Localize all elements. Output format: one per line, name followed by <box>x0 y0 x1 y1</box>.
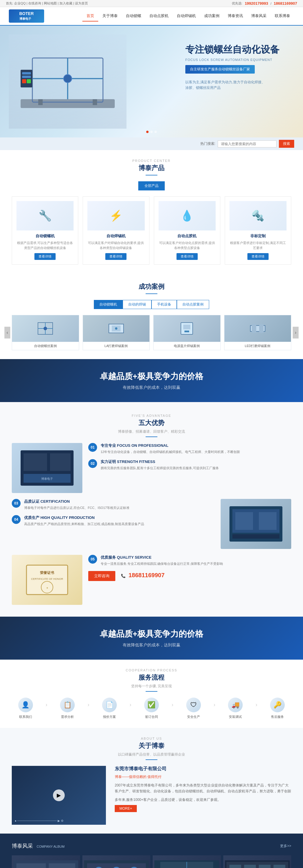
adv-content-1: 实力证明 STRENGTH FITNESS 拥有完善的售后服务团队,配有十多位工… <box>101 459 219 471</box>
about-content: ▶ ● ─────────────────── ▶ ⚙ 东莞市博泰电子有限公司 … <box>12 766 291 825</box>
nav-contact[interactable]: 联系博泰 <box>271 11 294 22</box>
search-input[interactable] <box>218 141 276 148</box>
phone-icon: 📞 <box>121 574 126 578</box>
nav-news[interactable]: 博泰资讯 <box>224 11 247 22</box>
nav-screw[interactable]: 自动锁螺 <box>122 11 145 22</box>
product-card-0: 🔧 自动锁螺机 根据产品需求,可以生产多种型号适合各类型产品的自动锁螺丝机设备 … <box>12 196 78 265</box>
adv-item-1: 02 实力证明 STRENGTH FITNESS 拥有完善的售后服务团队,配有十… <box>88 459 291 471</box>
nav-about[interactable]: 关于博泰 <box>98 11 122 22</box>
nav-home[interactable]: 首页 <box>82 11 98 22</box>
cases-grid: 自动锁螺丝案例 LA打磨焊锡案例 电源盖片焊锡案例 LED打磨焊锡案例 <box>12 315 291 350</box>
svg-rect-10 <box>22 79 26 83</box>
step-arrow-0: › <box>45 702 47 719</box>
case-img-2 <box>154 315 220 342</box>
product-card-1: ⚡ 自动焊锡机 可以满足客户对焊锡自动化的要求,提供各种类型自动焊锡设备 查看详… <box>83 196 149 265</box>
logo[interactable]: BOTER 博泰电子 <box>9 9 44 23</box>
case-label-1: LA打磨焊锡案例 <box>83 342 150 350</box>
hero-title: 专注锁螺丝自动化设备 <box>185 43 279 56</box>
adv-desc-3: 高品质产线生产,严格的品质管控,来料检验、加工过程,成品检验,制造高质量设备产品 <box>24 522 144 527</box>
hero-dot-1[interactable] <box>146 131 148 133</box>
gallery-en: COMPANY ALBUM <box>36 845 64 848</box>
adv-num-3: 04 <box>12 515 21 524</box>
top-bar-left: 首先: 企业QQ | 在线咨询 | 网站地图 | 加入收藏 | 设为首页 <box>6 1 88 6</box>
hero-dot-3[interactable] <box>155 131 157 133</box>
hero-dots <box>146 131 157 133</box>
hot-search-label: 热门搜索: <box>200 141 215 146</box>
product-name-0: 自动锁螺机 <box>16 234 73 239</box>
svg-text:★: ★ <box>46 587 48 589</box>
cases-tabs: 自动锁螺机 自动的焊锡 手机设备 自动点胶案例 <box>12 300 291 309</box>
gallery-header: 博泰风采 COMPANY ALBUM 更多>> <box>12 842 291 849</box>
adv-num-4: 05 <box>88 555 97 564</box>
product-name-1: 自动焊锡机 <box>88 234 144 239</box>
about-company-name: 东莞市博泰电子有限公司 <box>115 766 291 772</box>
advantages-section-cn: 五大优势 <box>12 418 291 427</box>
gallery-title-group: 博泰风采 COMPANY ALBUM <box>12 842 64 849</box>
search-button[interactable]: 搜索 <box>279 140 294 148</box>
top-bar-right: 优先选: 19920179993 / 18681169907 <box>232 1 297 6</box>
svg-rect-42 <box>49 863 75 868</box>
product-btn-2[interactable]: 查看详情 <box>176 253 198 260</box>
case-card-3: LED打磨焊锡案例 <box>224 315 292 350</box>
case-tab-2[interactable]: 手机设备 <box>152 300 177 309</box>
hero-badge: 自主研发生产服务自动锁螺丝设备厂家 <box>185 65 255 73</box>
phone-sep: / <box>270 2 271 5</box>
adv-img-right <box>221 499 291 549</box>
adv-content-4: 优质服务 QUALITY SERVICE 专业一流售后服务,专业工程师持续跟踪,… <box>101 555 223 567</box>
cases-prev-arrow[interactable]: ‹ <box>4 327 10 339</box>
hero-dot-2[interactable] <box>150 131 153 133</box>
blue-banner-1: 卓越品质+极具竞争力的价格 有效降低客户的成本，达到双赢 <box>0 359 303 402</box>
case-img-3 <box>225 315 291 342</box>
case-tab-0[interactable]: 自动锁螺机 <box>94 300 123 309</box>
product-btn-3[interactable]: 查看详情 <box>247 253 269 260</box>
product-btn-1[interactable]: 查看详情 <box>105 253 127 260</box>
nav-gallery[interactable]: 博泰风采 <box>247 11 271 22</box>
products-grid: 🔧 自动锁螺机 根据产品需求,可以生产多种型号适合各类型产品的自动锁螺丝机设备 … <box>12 196 291 265</box>
consult-btn[interactable]: 立即咨询 <box>88 571 115 581</box>
step-arrow-2: › <box>130 702 132 719</box>
svg-rect-21 <box>184 331 189 332</box>
svg-rect-57 <box>244 865 256 868</box>
nav-glue[interactable]: 自动点胶机 <box>145 11 173 22</box>
cases-divider <box>146 293 157 294</box>
phone2[interactable]: 18681169907 <box>274 1 297 6</box>
gallery-item-2: 锁螺丝机设备 <box>153 855 221 868</box>
case-label-2: 电源盖片焊锡案例 <box>154 342 220 350</box>
about-more-btn[interactable]: MORE+ <box>115 805 137 812</box>
cases-next-arrow[interactable]: › <box>293 327 299 339</box>
svg-text:荣誉证书: 荣誉证书 <box>40 571 54 575</box>
case-tab-3[interactable]: 自动点胶案例 <box>177 300 209 309</box>
adv-title-4: 优质服务 QUALITY SERVICE <box>101 555 223 560</box>
nav-solder[interactable]: 自动焊锡机 <box>173 11 200 22</box>
step-icon-3: ✅ <box>144 698 159 712</box>
process-step-0: 👤 联系我们 <box>18 698 33 719</box>
advantages-row-3: 荣誉证书CERTIFICATE OF HONOR★ 05 优质服务 QUALIT… <box>12 555 291 605</box>
adv-img-left: 博泰电子 <box>12 443 82 493</box>
phone1[interactable]: 19920179993 <box>245 1 268 6</box>
play-button[interactable]: ▶ <box>53 789 65 801</box>
step-icon-5: 🚚 <box>228 698 243 712</box>
svg-rect-32 <box>235 512 253 530</box>
about-section-en: ABOUT US <box>12 737 291 740</box>
step-label-4: 安全生产 <box>187 715 200 719</box>
products-tabs: 全部产品 <box>12 181 291 190</box>
product-btn-0[interactable]: 查看详情 <box>34 253 56 260</box>
case-tab-1[interactable]: 自动的焊锡 <box>123 300 152 309</box>
advantages-row-2: 03 品质认证 CERTIFICATION 博泰电子对每件产品进行品质认证,符合… <box>12 499 291 549</box>
adv-desc-0: 12年专注自动化设备，自动锁螺、自动焊锡机机械焊接机、电气工程师、大量时间积累，… <box>101 450 240 455</box>
blue-banner-1-sub: 有效降低客户的成本，达到双赢 <box>6 385 297 390</box>
svg-text:CERTIFICATE OF HONOR: CERTIFICATE OF HONOR <box>31 578 63 581</box>
nav-cases[interactable]: 成功案例 <box>200 11 224 22</box>
tab-all-products[interactable]: 全部产品 <box>138 181 165 190</box>
svg-rect-23 <box>252 324 256 333</box>
top-bar-prefix: 优先选: <box>232 1 242 6</box>
case-card-0: 自动锁螺丝案例 <box>12 315 79 350</box>
product-img-2: 💧 <box>159 201 215 230</box>
process-step-5: 🚚 安装调试 <box>228 698 243 719</box>
product-desc-0: 根据产品需求,可以生产多种型号适合各类型产品的自动锁螺丝机设备 <box>16 241 73 250</box>
adv-phone[interactable]: 18681169907 <box>129 572 164 578</box>
product-name-3: 非标定制 <box>230 234 287 239</box>
cases-section: 成功案例 自动锁螺机 自动的焊锡 手机设备 自动点胶案例 ‹ 自动锁螺丝案例 L… <box>0 273 303 359</box>
gallery-more[interactable]: 更多>> <box>280 843 291 848</box>
blue-banner-2-sub: 有效降低客户的成本，达到双赢 <box>6 643 297 648</box>
